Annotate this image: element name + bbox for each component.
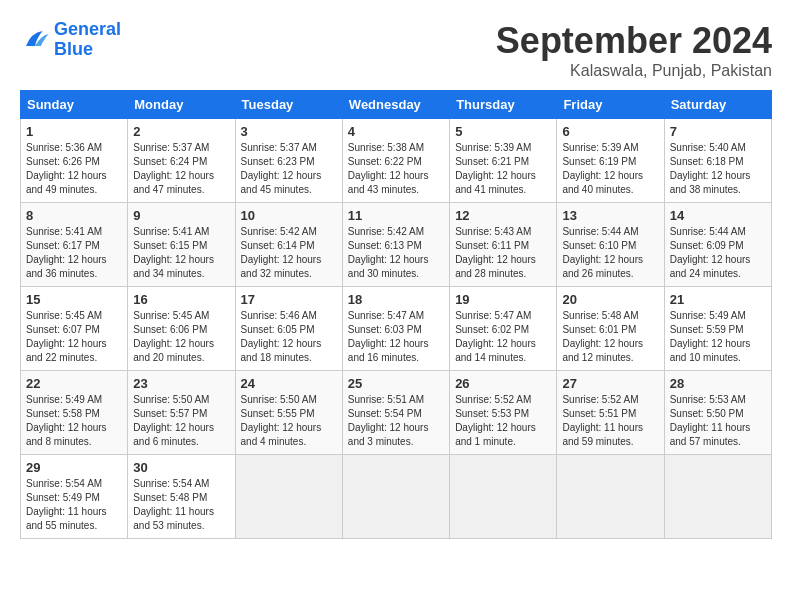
calendar-cell: 27 Sunrise: 5:52 AMSunset: 5:51 PMDaylig… [557, 371, 664, 455]
calendar-cell: 2 Sunrise: 5:37 AMSunset: 6:24 PMDayligh… [128, 119, 235, 203]
day-number: 15 [26, 292, 122, 307]
calendar-week-1: 1 Sunrise: 5:36 AMSunset: 6:26 PMDayligh… [21, 119, 772, 203]
day-number: 20 [562, 292, 658, 307]
day-number: 29 [26, 460, 122, 475]
day-number: 25 [348, 376, 444, 391]
calendar-cell [342, 455, 449, 539]
day-info: Sunrise: 5:44 AMSunset: 6:09 PMDaylight:… [670, 225, 766, 281]
calendar-cell: 29 Sunrise: 5:54 AMSunset: 5:49 PMDaylig… [21, 455, 128, 539]
col-tuesday: Tuesday [235, 91, 342, 119]
calendar-cell: 14 Sunrise: 5:44 AMSunset: 6:09 PMDaylig… [664, 203, 771, 287]
day-info: Sunrise: 5:41 AMSunset: 6:17 PMDaylight:… [26, 225, 122, 281]
day-info: Sunrise: 5:49 AMSunset: 5:59 PMDaylight:… [670, 309, 766, 365]
day-info: Sunrise: 5:47 AMSunset: 6:03 PMDaylight:… [348, 309, 444, 365]
day-number: 28 [670, 376, 766, 391]
day-number: 19 [455, 292, 551, 307]
day-info: Sunrise: 5:48 AMSunset: 6:01 PMDaylight:… [562, 309, 658, 365]
day-info: Sunrise: 5:54 AMSunset: 5:48 PMDaylight:… [133, 477, 229, 533]
calendar-cell: 8 Sunrise: 5:41 AMSunset: 6:17 PMDayligh… [21, 203, 128, 287]
header-row: Sunday Monday Tuesday Wednesday Thursday… [21, 91, 772, 119]
calendar-body: 1 Sunrise: 5:36 AMSunset: 6:26 PMDayligh… [21, 119, 772, 539]
day-number: 4 [348, 124, 444, 139]
location-title: Kalaswala, Punjab, Pakistan [496, 62, 772, 80]
calendar-week-4: 22 Sunrise: 5:49 AMSunset: 5:58 PMDaylig… [21, 371, 772, 455]
day-number: 5 [455, 124, 551, 139]
day-number: 10 [241, 208, 337, 223]
calendar-cell: 30 Sunrise: 5:54 AMSunset: 5:48 PMDaylig… [128, 455, 235, 539]
page-header: General Blue September 2024 Kalaswala, P… [20, 20, 772, 80]
day-info: Sunrise: 5:51 AMSunset: 5:54 PMDaylight:… [348, 393, 444, 449]
day-number: 16 [133, 292, 229, 307]
day-number: 26 [455, 376, 551, 391]
calendar-cell: 5 Sunrise: 5:39 AMSunset: 6:21 PMDayligh… [450, 119, 557, 203]
logo-text: General Blue [54, 20, 121, 60]
calendar-cell: 22 Sunrise: 5:49 AMSunset: 5:58 PMDaylig… [21, 371, 128, 455]
day-info: Sunrise: 5:50 AMSunset: 5:57 PMDaylight:… [133, 393, 229, 449]
calendar-cell: 7 Sunrise: 5:40 AMSunset: 6:18 PMDayligh… [664, 119, 771, 203]
day-number: 8 [26, 208, 122, 223]
day-number: 21 [670, 292, 766, 307]
col-monday: Monday [128, 91, 235, 119]
col-friday: Friday [557, 91, 664, 119]
col-sunday: Sunday [21, 91, 128, 119]
calendar-cell: 1 Sunrise: 5:36 AMSunset: 6:26 PMDayligh… [21, 119, 128, 203]
day-info: Sunrise: 5:39 AMSunset: 6:21 PMDaylight:… [455, 141, 551, 197]
calendar-cell: 28 Sunrise: 5:53 AMSunset: 5:50 PMDaylig… [664, 371, 771, 455]
calendar-cell: 24 Sunrise: 5:50 AMSunset: 5:55 PMDaylig… [235, 371, 342, 455]
day-info: Sunrise: 5:42 AMSunset: 6:14 PMDaylight:… [241, 225, 337, 281]
day-number: 27 [562, 376, 658, 391]
calendar-week-3: 15 Sunrise: 5:45 AMSunset: 6:07 PMDaylig… [21, 287, 772, 371]
calendar-cell: 21 Sunrise: 5:49 AMSunset: 5:59 PMDaylig… [664, 287, 771, 371]
day-info: Sunrise: 5:52 AMSunset: 5:51 PMDaylight:… [562, 393, 658, 449]
calendar-cell: 19 Sunrise: 5:47 AMSunset: 6:02 PMDaylig… [450, 287, 557, 371]
day-info: Sunrise: 5:54 AMSunset: 5:49 PMDaylight:… [26, 477, 122, 533]
calendar-cell: 15 Sunrise: 5:45 AMSunset: 6:07 PMDaylig… [21, 287, 128, 371]
calendar-cell: 12 Sunrise: 5:43 AMSunset: 6:11 PMDaylig… [450, 203, 557, 287]
calendar-table: Sunday Monday Tuesday Wednesday Thursday… [20, 90, 772, 539]
calendar-cell [557, 455, 664, 539]
calendar-cell [235, 455, 342, 539]
day-number: 23 [133, 376, 229, 391]
day-info: Sunrise: 5:40 AMSunset: 6:18 PMDaylight:… [670, 141, 766, 197]
day-number: 11 [348, 208, 444, 223]
day-info: Sunrise: 5:41 AMSunset: 6:15 PMDaylight:… [133, 225, 229, 281]
calendar-cell: 25 Sunrise: 5:51 AMSunset: 5:54 PMDaylig… [342, 371, 449, 455]
day-number: 17 [241, 292, 337, 307]
calendar-cell: 6 Sunrise: 5:39 AMSunset: 6:19 PMDayligh… [557, 119, 664, 203]
day-info: Sunrise: 5:37 AMSunset: 6:23 PMDaylight:… [241, 141, 337, 197]
day-info: Sunrise: 5:36 AMSunset: 6:26 PMDaylight:… [26, 141, 122, 197]
day-info: Sunrise: 5:49 AMSunset: 5:58 PMDaylight:… [26, 393, 122, 449]
calendar-cell [664, 455, 771, 539]
calendar-week-2: 8 Sunrise: 5:41 AMSunset: 6:17 PMDayligh… [21, 203, 772, 287]
day-number: 22 [26, 376, 122, 391]
calendar-cell: 11 Sunrise: 5:42 AMSunset: 6:13 PMDaylig… [342, 203, 449, 287]
day-info: Sunrise: 5:39 AMSunset: 6:19 PMDaylight:… [562, 141, 658, 197]
logo-icon [20, 25, 50, 55]
day-info: Sunrise: 5:42 AMSunset: 6:13 PMDaylight:… [348, 225, 444, 281]
day-number: 30 [133, 460, 229, 475]
col-wednesday: Wednesday [342, 91, 449, 119]
calendar-cell: 16 Sunrise: 5:45 AMSunset: 6:06 PMDaylig… [128, 287, 235, 371]
day-info: Sunrise: 5:45 AMSunset: 6:07 PMDaylight:… [26, 309, 122, 365]
day-number: 2 [133, 124, 229, 139]
day-number: 18 [348, 292, 444, 307]
month-title: September 2024 [496, 20, 772, 62]
day-number: 12 [455, 208, 551, 223]
title-block: September 2024 Kalaswala, Punjab, Pakist… [496, 20, 772, 80]
day-info: Sunrise: 5:52 AMSunset: 5:53 PMDaylight:… [455, 393, 551, 449]
day-number: 9 [133, 208, 229, 223]
calendar-cell: 3 Sunrise: 5:37 AMSunset: 6:23 PMDayligh… [235, 119, 342, 203]
day-info: Sunrise: 5:47 AMSunset: 6:02 PMDaylight:… [455, 309, 551, 365]
calendar-cell: 18 Sunrise: 5:47 AMSunset: 6:03 PMDaylig… [342, 287, 449, 371]
calendar-week-5: 29 Sunrise: 5:54 AMSunset: 5:49 PMDaylig… [21, 455, 772, 539]
calendar-cell: 26 Sunrise: 5:52 AMSunset: 5:53 PMDaylig… [450, 371, 557, 455]
calendar-cell: 9 Sunrise: 5:41 AMSunset: 6:15 PMDayligh… [128, 203, 235, 287]
day-number: 14 [670, 208, 766, 223]
logo: General Blue [20, 20, 121, 60]
calendar-cell [450, 455, 557, 539]
calendar-cell: 10 Sunrise: 5:42 AMSunset: 6:14 PMDaylig… [235, 203, 342, 287]
day-info: Sunrise: 5:43 AMSunset: 6:11 PMDaylight:… [455, 225, 551, 281]
day-number: 1 [26, 124, 122, 139]
calendar-cell: 17 Sunrise: 5:46 AMSunset: 6:05 PMDaylig… [235, 287, 342, 371]
day-info: Sunrise: 5:37 AMSunset: 6:24 PMDaylight:… [133, 141, 229, 197]
